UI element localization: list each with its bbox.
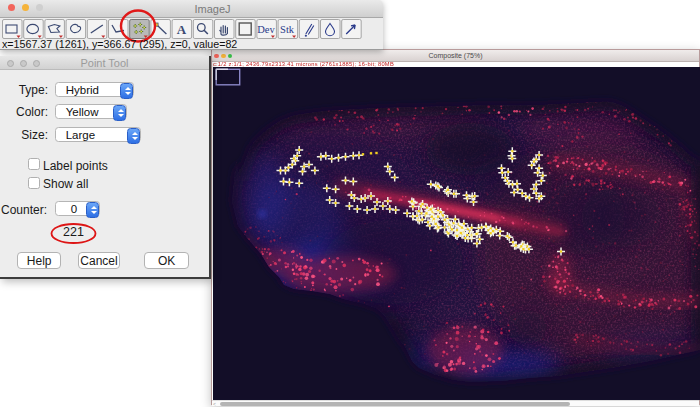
svg-text:Dev: Dev bbox=[257, 24, 275, 35]
svg-text:A: A bbox=[177, 22, 187, 37]
svg-text:Stk: Stk bbox=[280, 24, 295, 35]
